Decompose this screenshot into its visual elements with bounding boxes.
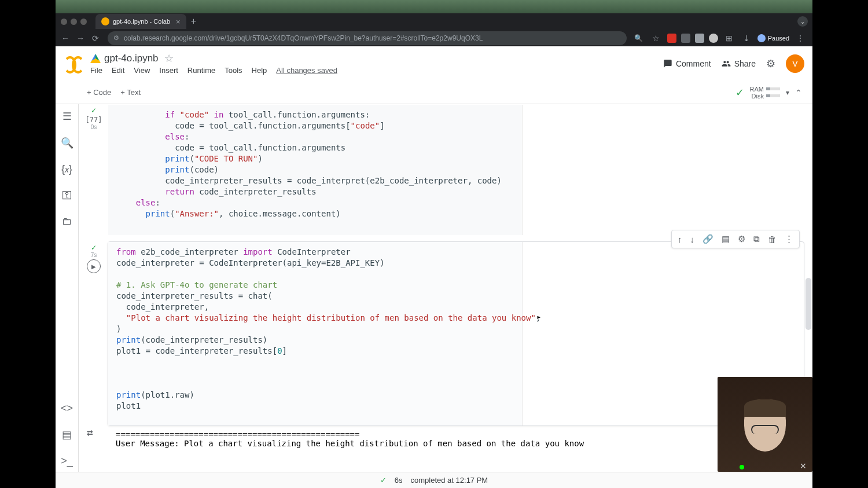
share-button[interactable]: Share (722, 59, 756, 68)
nav-back-icon[interactable]: ← (59, 34, 72, 43)
files-folder-icon[interactable]: 🗀 (62, 215, 72, 228)
url-text: colab.research.google.com/drive/1gcbqUr5… (124, 34, 483, 42)
add-code-button[interactable]: + Code (87, 88, 111, 97)
left-sidebar: ☰ 🔍 {x} ⚿ 🗀 <> ▤ >_ (56, 104, 79, 472)
execution-count: [77] (86, 116, 102, 124)
cell-toolbar: ↑ ↓ 🔗 ▤ ⚙ ⧉ 🗑 ⋮ (671, 230, 800, 248)
menu-help[interactable]: Help (252, 66, 267, 75)
profile-chip[interactable]: Paused (757, 34, 789, 42)
extension-icon-3[interactable] (695, 34, 704, 43)
output-line: User Message: Plot a chart visualizing t… (116, 439, 796, 448)
code-cell-active: ↑ ↓ 🔗 ▤ ⚙ ⧉ 🗑 ⋮ ✓ 7s ▶ from e2b_co (82, 241, 804, 448)
search-icon[interactable]: 🔍 (61, 137, 73, 149)
browser-chrome: gpt-4o.ipynb - Colab × + ⌄ ← → ⟳ ⚙ colab… (56, 13, 812, 46)
code-snippets-icon[interactable]: <> (61, 402, 73, 414)
browser-tab[interactable]: gpt-4o.ipynb - Colab × (95, 14, 186, 29)
menu-tools[interactable]: Tools (225, 66, 242, 75)
code-editor[interactable]: from e2b_code_interpreter import CodeInt… (108, 242, 523, 425)
cell-mirror-icon[interactable]: ⧉ (753, 234, 760, 244)
add-text-button[interactable]: + Text (120, 88, 141, 97)
downloads-icon[interactable]: ⤓ (740, 34, 753, 43)
traffic-light-max[interactable] (80, 19, 87, 25)
cell-more-icon[interactable]: ⋮ (785, 234, 793, 244)
menu-runtime[interactable]: Runtime (187, 66, 215, 75)
browser-menu-icon[interactable]: ⋮ (794, 34, 807, 43)
status-duration: 6s (395, 476, 403, 485)
extension-icon-2[interactable] (681, 34, 690, 43)
secrets-key-icon[interactable]: ⚿ (62, 189, 72, 201)
colab-logo-icon[interactable] (64, 53, 84, 74)
resource-indicator[interactable]: RAM Disk (750, 86, 780, 100)
cell-link-icon[interactable]: 🔗 (703, 234, 713, 244)
cell-comment-icon[interactable]: ▤ (722, 234, 730, 244)
user-avatar[interactable]: V (786, 54, 804, 73)
cell-status-check-icon: ✓ (91, 107, 97, 115)
terminal-icon[interactable]: >_ (61, 455, 73, 467)
text-cursor: ▸ (536, 311, 541, 322)
status-dot-icon (740, 465, 744, 469)
colab-favicon (101, 17, 109, 25)
star-icon[interactable]: ☆ (164, 52, 174, 65)
zoom-icon[interactable]: 🔍 (632, 34, 645, 42)
execution-time: 0s (91, 124, 97, 130)
move-cell-down-icon[interactable]: ↓ (690, 234, 695, 244)
site-settings-icon[interactable]: ⚙ (113, 34, 119, 42)
runtime-dropdown-icon[interactable]: ▾ (786, 89, 789, 97)
output-toggle-icon[interactable]: ⇄ (87, 426, 93, 438)
run-cell-button[interactable]: ▶ (87, 259, 101, 273)
tab-close-icon[interactable]: × (176, 17, 181, 26)
toolbar: + Code + Text ✓ RAM Disk ▾ ⌃ (56, 81, 812, 104)
menu-edit[interactable]: Edit (112, 66, 124, 75)
cell-status-check-icon: ✓ (91, 244, 97, 252)
settings-gear-icon[interactable]: ⚙ (766, 57, 775, 70)
extension-icon-4[interactable] (709, 34, 718, 43)
menubar: File Edit View Insert Runtime Tools Help… (90, 66, 663, 75)
traffic-light-min[interactable] (71, 19, 77, 25)
notebook-name[interactable]: gpt-4o.ipynb (104, 53, 159, 64)
output-line: ========================================… (116, 430, 796, 439)
cell-delete-icon[interactable]: 🗑 (768, 234, 777, 244)
code-editor[interactable]: if "code" in tool_call.function.argument… (108, 105, 523, 235)
tab-title: gpt-4o.ipynb - Colab (113, 18, 170, 25)
scrollbar-thumb[interactable] (806, 278, 811, 330)
colab-header: gpt-4o.ipynb ☆ File Edit View Insert Run… (56, 46, 812, 81)
move-cell-up-icon[interactable]: ↑ (678, 234, 682, 244)
code-cell-77: ✓ [77] 0s if "code" in tool_call.functio… (82, 104, 804, 236)
share-people-icon (722, 59, 731, 68)
new-tab-button[interactable]: + (191, 16, 196, 27)
cell-output: ⇄ ======================================… (108, 426, 804, 448)
notebook-cells: ✓ [77] 0s if "code" in tool_call.functio… (79, 104, 812, 472)
status-check-icon: ✓ (380, 476, 387, 485)
cell-settings-icon[interactable]: ⚙ (738, 234, 745, 244)
macos-titlebar (56, 0, 812, 13)
toc-icon[interactable]: ☰ (62, 110, 72, 123)
address-bar[interactable]: ⚙ colab.research.google.com/drive/1gcbqU… (108, 31, 627, 45)
nav-reload-icon[interactable]: ⟳ (89, 34, 102, 43)
nav-forward-icon[interactable]: → (74, 34, 87, 43)
comment-icon (663, 59, 672, 68)
menu-insert[interactable]: Insert (159, 66, 178, 75)
save-status[interactable]: All changes saved (276, 66, 337, 75)
extensions-puzzle-icon[interactable]: ⊞ (723, 34, 735, 43)
collapse-icon[interactable]: ⌃ (795, 88, 802, 97)
command-palette-icon[interactable]: ▤ (62, 428, 72, 441)
close-webcam-icon[interactable]: ✕ (800, 461, 807, 471)
comment-button[interactable]: Comment (663, 59, 711, 68)
menu-view[interactable]: View (134, 66, 150, 75)
status-completed: completed at 12:17 PM (411, 476, 488, 485)
menu-file[interactable]: File (90, 66, 102, 75)
paused-label: Paused (768, 35, 789, 42)
extension-icon-1[interactable] (667, 34, 676, 43)
webcam-overlay: ✕ (718, 377, 812, 472)
gdrive-icon (90, 54, 101, 63)
bookmark-star-icon[interactable]: ☆ (650, 34, 663, 43)
status-bar: ✓ 6s completed at 12:17 PM (56, 472, 812, 488)
variables-icon[interactable]: {x} (61, 163, 72, 175)
traffic-light-close[interactable] (61, 19, 67, 25)
tab-search-icon[interactable]: ⌄ (797, 16, 808, 27)
status-check-icon: ✓ (735, 86, 744, 99)
execution-time: 7s (91, 252, 97, 258)
